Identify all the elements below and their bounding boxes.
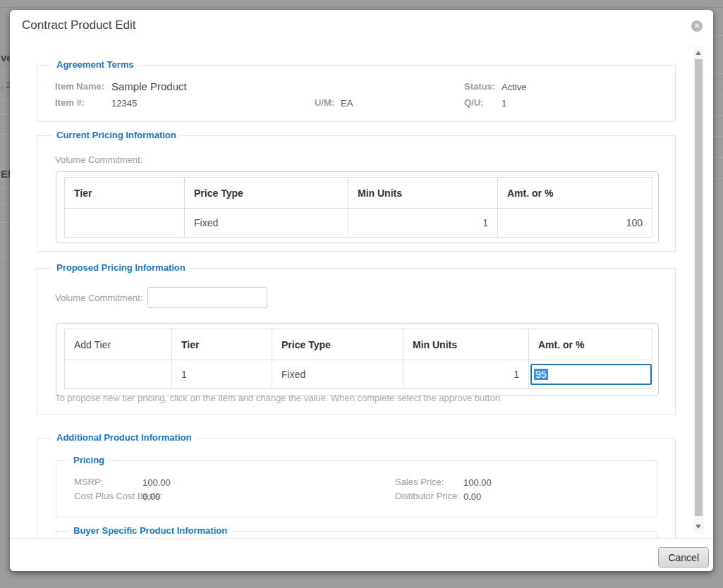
dialog-footer: Cancel — [10, 538, 713, 571]
scrollbar-thumb[interactable] — [695, 59, 703, 516]
col-header-price-type: Price Type — [272, 329, 403, 360]
scroll-down-icon[interactable] — [695, 525, 701, 529]
distributor-price-label: Distibutor Price: — [395, 491, 460, 501]
current-pricing-table-container: Tier Price Type Min Units Amt. or % Fixe… — [56, 171, 659, 243]
qu-label: Q/U: — [464, 97, 483, 108]
current-table-header-row: Tier Price Type Min Units Amt. or % — [65, 178, 652, 209]
amt-input[interactable]: 95 — [530, 364, 652, 385]
agreement-terms-legend: Agreement Terms — [52, 59, 138, 70]
msrp-value: 100.00 — [142, 477, 171, 488]
agreement-terms-fieldset: Agreement Terms Item Name: Sample Produc… — [37, 65, 676, 122]
add-tier-cell[interactable] — [65, 360, 172, 389]
col-header-tier: Tier — [65, 178, 185, 209]
current-min-units-cell: 1 — [348, 209, 498, 238]
status-value: Active — [502, 82, 526, 92]
amt-input-selected-text: 95 — [534, 369, 548, 380]
contract-product-edit-dialog: Contract Product Edit ✕ Agreement Terms … — [10, 10, 713, 571]
current-price-type-cell: Fixed — [185, 209, 348, 238]
sales-price-value: 100.00 — [463, 477, 492, 488]
col-header-amt: Amt. or % — [529, 329, 652, 360]
buyer-specific-info-fieldset: Buyer Specific Product Information — [56, 531, 657, 538]
proposed-amt-cell: 95 — [529, 360, 652, 389]
item-name-label: Item Name: — [55, 81, 104, 92]
cancel-button[interactable]: Cancel — [658, 547, 709, 568]
cost-plus-cost-basis-value: 0.00 — [142, 491, 160, 502]
sales-price-label: Sales Price: — [395, 477, 444, 487]
item-number-label: Item #: — [55, 97, 85, 108]
proposed-table-row: 1 Fixed 1 95 — [65, 360, 652, 389]
proposed-pricing-fieldset: Proposed Pricing Information Volume Comm… — [37, 268, 676, 415]
backdrop-header-line — [0, 7, 723, 8]
item-number-value: 12345 — [111, 98, 137, 109]
proposed-volume-commitment-label: Volume Commitment: — [55, 293, 142, 303]
proposed-tier-cell[interactable]: 1 — [172, 360, 272, 389]
col-header-price-type: Price Type — [185, 178, 348, 209]
um-label: U/M: — [315, 97, 334, 108]
additional-product-info-legend: Additional Product Information — [52, 432, 195, 443]
col-header-min-units: Min Units — [348, 178, 498, 209]
pricing-fieldset: Pricing MSRP: 100.00 Cost Plus Cost Basi… — [56, 460, 657, 517]
status-label: Status: — [464, 81, 495, 92]
scroll-up-icon[interactable] — [695, 51, 701, 55]
item-name-value: Sample Product — [111, 80, 187, 92]
current-tier-cell — [65, 209, 185, 238]
col-header-amt: Amt. or % — [498, 178, 652, 209]
buyer-specific-info-legend: Buyer Specific Product Information — [69, 525, 231, 536]
pricing-legend: Pricing — [69, 455, 109, 465]
dialog-scrollbar[interactable] — [693, 46, 704, 534]
current-pricing-table: Tier Price Type Min Units Amt. or % Fixe… — [64, 177, 652, 238]
msrp-label: MSRP: — [74, 477, 103, 487]
proposed-min-units-cell[interactable]: 1 — [403, 360, 529, 389]
qu-value: 1 — [502, 98, 506, 109]
current-pricing-fieldset: Current Pricing Information Volume Commi… — [37, 135, 676, 252]
proposed-price-type-cell[interactable]: Fixed — [272, 360, 403, 389]
proposed-pricing-helper-text: To propose new tier pricing, click on th… — [55, 393, 502, 403]
proposed-pricing-table: Add Tier Tier Price Type Min Units Amt. … — [64, 329, 652, 389]
um-value: EA — [341, 98, 353, 109]
col-header-add-tier: Add Tier — [65, 329, 172, 360]
distributor-price-value: 0.00 — [463, 491, 481, 502]
current-volume-commitment-label: Volume Commitment: — [55, 154, 142, 165]
col-header-min-units: Min Units — [403, 329, 529, 360]
dialog-body: Agreement Terms Item Name: Sample Produc… — [10, 10, 713, 538]
current-amt-cell: 100 — [498, 209, 652, 238]
col-header-tier: Tier — [172, 329, 272, 360]
proposed-pricing-table-container: Add Tier Tier Price Type Min Units Amt. … — [56, 323, 659, 396]
current-pricing-legend: Current Pricing Information — [52, 130, 181, 140]
current-table-row: Fixed 1 100 — [65, 209, 652, 238]
volume-commitment-input[interactable] — [147, 287, 267, 308]
proposed-pricing-legend: Proposed Pricing Information — [52, 262, 190, 273]
additional-product-info-fieldset: Additional Product Information Pricing M… — [37, 438, 676, 538]
proposed-table-header-row: Add Tier Tier Price Type Min Units Amt. … — [65, 329, 652, 360]
